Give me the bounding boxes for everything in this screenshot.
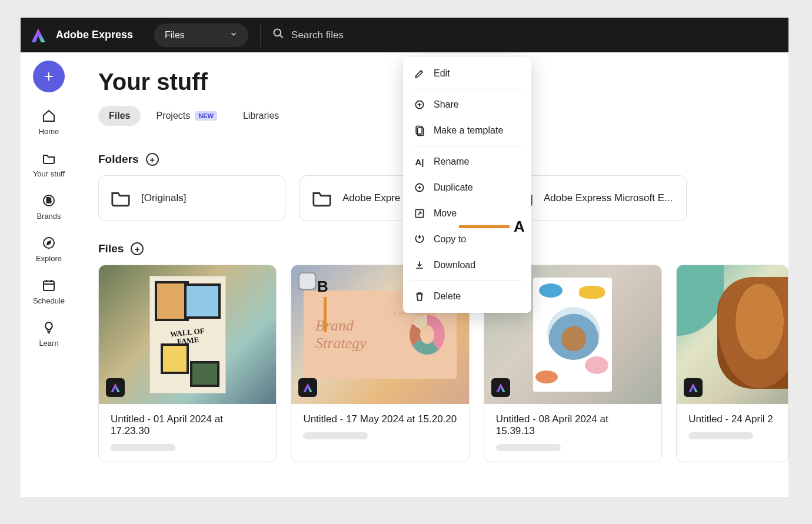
lightbulb-icon bbox=[42, 321, 56, 336]
select-checkbox[interactable] bbox=[298, 272, 316, 290]
sidebar-item-label: Brands bbox=[36, 212, 61, 221]
file-card[interactable]: Untitled - 24 April 2 bbox=[676, 265, 788, 462]
folder-icon bbox=[111, 189, 131, 207]
sidebar-item-label: Schedule bbox=[33, 296, 65, 305]
brand-icon: B bbox=[42, 193, 56, 209]
svg-marker-0 bbox=[31, 28, 45, 42]
sidebar: + Home Your stuff B Brands Explore Sched… bbox=[21, 52, 77, 497]
svg-marker-14 bbox=[689, 383, 698, 392]
sidebar-item-label: Explore bbox=[36, 254, 62, 263]
file-card[interactable]: WALL OF FAME Untitled - 01 April 2024 at… bbox=[98, 265, 277, 462]
sidebar-item-learn[interactable]: Learn bbox=[25, 316, 72, 352]
file-meta: Untitled - 17 May 2024 at 15.20.20 bbox=[291, 404, 468, 450]
svg-text:B: B bbox=[46, 196, 52, 205]
create-new-button[interactable]: + bbox=[33, 61, 65, 92]
sidebar-item-label: Learn bbox=[39, 339, 58, 348]
tab-files[interactable]: Files bbox=[98, 106, 141, 126]
brand-title: Adobe Express bbox=[56, 29, 133, 41]
adobe-badge-icon bbox=[491, 378, 510, 397]
app-frame: Adobe Express Files Search files + Home … bbox=[21, 18, 788, 497]
file-subtitle-placeholder bbox=[688, 432, 753, 439]
sidebar-item-your-stuff[interactable]: Your stuff bbox=[25, 146, 72, 183]
file-meta: Untitled - 01 April 2024 at 17.23.30 bbox=[99, 404, 276, 462]
pencil-icon bbox=[414, 68, 425, 79]
ctx-item-copy-to[interactable]: Copy to bbox=[403, 226, 531, 252]
sidebar-item-home[interactable]: Home bbox=[25, 104, 72, 141]
home-icon bbox=[42, 109, 56, 125]
ctx-item-make-template[interactable]: Make a template bbox=[403, 118, 531, 143]
trash-icon bbox=[414, 291, 425, 302]
adobe-badge-icon bbox=[106, 378, 125, 397]
folder-name: Adobe Express Microsoft E... bbox=[544, 192, 673, 204]
scope-dropdown-label: Files bbox=[165, 30, 185, 41]
adobe-logo-icon bbox=[30, 27, 46, 44]
annotation-line-a bbox=[459, 225, 510, 228]
file-title: Untitled - 17 May 2024 at 15.20.20 bbox=[303, 413, 457, 425]
file-subtitle-placeholder bbox=[303, 432, 368, 439]
file-subtitle-placeholder bbox=[111, 444, 175, 451]
annotation-line-b bbox=[324, 297, 327, 332]
ctx-label: Make a template bbox=[434, 125, 503, 136]
annotation-label-a: A bbox=[514, 218, 525, 236]
svg-line-2 bbox=[280, 35, 283, 38]
template-icon bbox=[414, 125, 425, 136]
duplicate-icon bbox=[414, 182, 425, 193]
ctx-item-delete[interactable]: Delete bbox=[403, 283, 531, 309]
rename-icon: A| bbox=[414, 156, 425, 168]
ctx-separator bbox=[411, 146, 523, 146]
sidebar-item-schedule[interactable]: Schedule bbox=[25, 273, 72, 310]
chevron-down-icon bbox=[229, 30, 238, 41]
tab-projects[interactable]: Projects NEW bbox=[145, 106, 227, 126]
tab-label: Libraries bbox=[243, 111, 279, 121]
ctx-label: Share bbox=[434, 99, 459, 110]
add-folder-button[interactable]: + bbox=[146, 153, 159, 166]
search-input[interactable]: Search files bbox=[272, 28, 344, 42]
folder-icon bbox=[42, 151, 56, 167]
ctx-item-edit[interactable]: Edit bbox=[403, 61, 531, 86]
adobe-badge-icon bbox=[298, 378, 317, 397]
copy-icon bbox=[414, 233, 425, 245]
file-thumbnail: WALL OF FAME bbox=[99, 265, 276, 404]
folder-icon bbox=[312, 189, 332, 207]
ctx-item-share[interactable]: Share bbox=[403, 92, 531, 118]
svg-marker-6 bbox=[47, 241, 51, 245]
search-icon bbox=[272, 28, 284, 42]
file-thumbnail bbox=[677, 265, 788, 404]
file-title: Untitled - 08 April 2024 at 15.39.13 bbox=[496, 413, 650, 437]
scope-dropdown[interactable]: Files bbox=[154, 24, 248, 47]
ctx-label: Delete bbox=[434, 291, 461, 302]
folder-name: Adobe Expre bbox=[342, 192, 400, 204]
sidebar-item-explore[interactable]: Explore bbox=[25, 231, 72, 268]
sidebar-item-brands[interactable]: B Brands bbox=[25, 189, 72, 225]
tab-label: Projects bbox=[156, 111, 190, 121]
topbar: Adobe Express Files Search files bbox=[21, 18, 788, 52]
add-file-button[interactable]: + bbox=[131, 242, 144, 255]
calendar-icon bbox=[42, 278, 56, 294]
ctx-item-duplicate[interactable]: Duplicate bbox=[403, 175, 531, 201]
section-title: Folders bbox=[98, 153, 139, 166]
file-title: Untitled - 24 April 2 bbox=[688, 413, 776, 425]
file-meta: Untitled - 08 April 2024 at 15.39.13 bbox=[484, 404, 661, 462]
ctx-item-move[interactable]: Move bbox=[403, 201, 531, 226]
ctx-label: Copy to bbox=[434, 234, 466, 245]
sidebar-item-label: Your stuff bbox=[33, 169, 65, 178]
new-badge: NEW bbox=[195, 111, 217, 121]
svg-point-1 bbox=[274, 29, 281, 36]
svg-marker-11 bbox=[111, 383, 120, 392]
folder-card[interactable]: [Originals] bbox=[98, 175, 285, 221]
ctx-item-download[interactable]: Download bbox=[403, 252, 531, 278]
file-subtitle-placeholder bbox=[496, 444, 561, 451]
topbar-separator bbox=[260, 24, 261, 47]
thumbnail-chart bbox=[410, 315, 445, 355]
context-menu: Edit Share Make a template A| Rename Dup… bbox=[403, 57, 531, 313]
svg-marker-12 bbox=[304, 383, 312, 392]
search-placeholder: Search files bbox=[291, 29, 344, 41]
file-meta: Untitled - 24 April 2 bbox=[677, 404, 788, 450]
adobe-badge-icon bbox=[684, 378, 703, 397]
share-icon bbox=[414, 99, 425, 111]
ctx-label: Edit bbox=[434, 68, 450, 79]
folder-name: [Originals] bbox=[141, 192, 187, 204]
tab-libraries[interactable]: Libraries bbox=[232, 106, 289, 126]
thumbnail-text: Brand Strategy bbox=[315, 317, 398, 352]
ctx-item-rename[interactable]: A| Rename bbox=[403, 149, 531, 175]
